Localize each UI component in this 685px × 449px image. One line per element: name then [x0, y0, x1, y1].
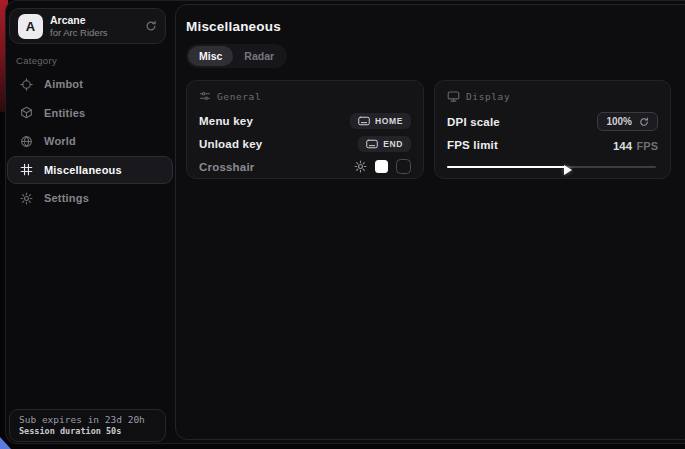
crosshair-label: Crosshair: [199, 161, 255, 173]
fps-slider-thumb[interactable]: [564, 165, 572, 175]
crosshair-icon: [20, 78, 33, 91]
fps-limit-value: 144: [613, 140, 632, 152]
globe-icon: [20, 135, 33, 148]
dpi-scale-row: DPI scale 100%: [447, 110, 658, 133]
dpi-scale-value: 100%: [606, 116, 632, 127]
subscription-card: Sub expires in 23d 20h Session duration …: [9, 409, 166, 442]
reset-icon[interactable]: [639, 117, 649, 127]
unload-key-row: Unload key END: [199, 132, 411, 155]
app-name: Arcane: [50, 14, 138, 27]
grid-icon: [20, 163, 33, 176]
fps-slider-fill: [447, 166, 565, 168]
menu-key-value: HOME: [375, 116, 403, 126]
menu-key-row: Menu key HOME: [199, 109, 411, 132]
unload-key-value: END: [383, 139, 403, 149]
menu-key-button[interactable]: HOME: [350, 113, 411, 129]
fps-limit-label: FPS limit: [447, 139, 498, 151]
sidebar-item-world[interactable]: World: [7, 127, 173, 155]
main-panel: [175, 4, 685, 440]
sidebar-item-aimbot[interactable]: Aimbot: [7, 70, 173, 98]
sidebar: A Arcane for Arc Riders Category Aimbot: [5, 0, 175, 444]
display-card-title: Display: [466, 91, 510, 102]
category-label: Category: [16, 55, 57, 66]
general-card-header: General: [199, 90, 411, 102]
refresh-icon[interactable]: [145, 20, 157, 32]
app-tagline: for Arc Riders: [50, 27, 138, 39]
dpi-scale-control[interactable]: 100%: [597, 112, 658, 131]
profile-text: Arcane for Arc Riders: [50, 14, 138, 39]
cube-icon: [20, 106, 33, 119]
menu-key-label: Menu key: [199, 115, 253, 127]
sidebar-item-miscellaneous[interactable]: Miscellaneous: [7, 156, 173, 184]
sidebar-item-label: Miscellaneous: [44, 164, 122, 176]
general-card-title: General: [217, 91, 261, 102]
sliders-icon: [199, 90, 211, 102]
dpi-scale-label: DPI scale: [447, 116, 500, 128]
crosshair-row: Crosshair: [199, 155, 411, 178]
keyboard-icon: [366, 139, 378, 149]
keyboard-icon: [358, 116, 370, 126]
sidebar-item-label: Settings: [44, 192, 89, 204]
unload-key-label: Unload key: [199, 138, 262, 150]
crosshair-checkbox[interactable]: [396, 159, 411, 174]
sidebar-item-label: World: [44, 135, 76, 147]
gear-icon: [20, 192, 33, 205]
app-logo: A: [18, 14, 43, 39]
sub-expiry-text: Sub expires in 23d 20h: [19, 414, 156, 425]
page-title: Miscellaneous: [186, 19, 281, 34]
sidebar-item-label: Aimbot: [44, 78, 83, 90]
tab-misc[interactable]: Misc: [188, 46, 233, 66]
sidebar-nav: Aimbot Entities World: [7, 70, 173, 213]
app-canvas: A Arcane for Arc Riders Category Aimbot: [0, 0, 685, 449]
sidebar-item-label: Entities: [44, 107, 85, 119]
profile-card[interactable]: A Arcane for Arc Riders: [9, 8, 166, 44]
display-card: Display DPI scale 100% FPS limit 144 FPS: [434, 80, 671, 179]
gear-icon[interactable]: [354, 160, 367, 173]
sidebar-item-entities[interactable]: Entities: [7, 99, 173, 127]
display-card-header: Display: [447, 90, 658, 103]
crosshair-color-swatch[interactable]: [375, 160, 388, 173]
tab-bar: Misc Radar: [186, 44, 287, 68]
sidebar-item-settings[interactable]: Settings: [7, 184, 173, 212]
monitor-icon: [447, 90, 460, 103]
session-duration-text: Session duration 50s: [19, 426, 156, 436]
fps-limit-unit: FPS: [637, 140, 658, 152]
fps-limit-row: FPS limit 144 FPS: [447, 133, 658, 156]
crosshair-controls: [354, 159, 411, 174]
unload-key-button[interactable]: END: [358, 136, 411, 152]
general-card: General Menu key HOME Unload key: [186, 80, 424, 179]
tab-radar[interactable]: Radar: [233, 46, 285, 66]
fps-limit-value-group: 144 FPS: [613, 136, 658, 154]
fps-slider[interactable]: [447, 163, 658, 171]
